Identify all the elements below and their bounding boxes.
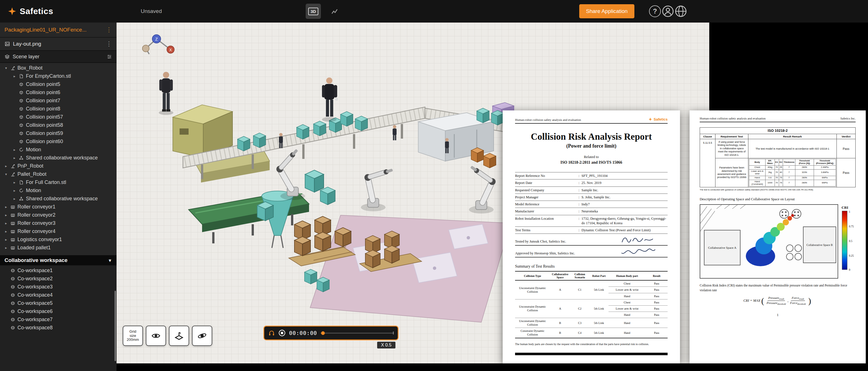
report-page-1[interactable]: Human-robot collision safety analysis an… — [503, 110, 680, 363]
caret-right-icon[interactable]: ▸ — [4, 164, 8, 168]
tree-item-roller-conveyor2[interactable]: ▸Roller conveyor2 — [0, 211, 117, 219]
caret-right-icon[interactable]: ▸ — [4, 237, 8, 242]
svg-text:0.5: 0.5 — [849, 239, 852, 242]
cube-icon — [19, 82, 24, 87]
simulation-chart-button[interactable] — [328, 6, 341, 18]
image-icon — [4, 41, 10, 47]
filter-icon[interactable] — [107, 54, 112, 59]
pallet-icon — [10, 245, 15, 250]
kebab-menu-icon[interactable]: ⋮ — [106, 27, 112, 33]
sidebar-scrollbar[interactable] — [115, 291, 116, 361]
robot-arm-3 — [458, 164, 498, 213]
app-logo[interactable]: Safetics — [8, 0, 53, 23]
tree-item-shared-workspace[interactable]: ▸Shared collaborative workspace — [0, 195, 117, 203]
tree-item-motion[interactable]: ▸Motion — [0, 187, 117, 195]
tree-item-collision-point5[interactable]: Collision point5 — [0, 80, 117, 88]
workspace-item-4[interactable]: Co-workspace4 — [0, 291, 117, 299]
field-row: Test Terms:Dynamic Collision Test (Power… — [515, 227, 668, 234]
table-row: Unconstraint Dynamic Collision A C2 5th … — [515, 299, 668, 305]
tree-item-collision-point58[interactable]: Collision point58 — [0, 121, 117, 129]
svg-text:0.75: 0.75 — [849, 225, 854, 228]
tree-item-roller-conveyor1[interactable]: ▸Roller conveyor1 — [0, 203, 117, 211]
caret-right-icon[interactable]: ▸ — [4, 246, 8, 250]
tree-item-collision-point6[interactable]: Collision point6 — [0, 88, 117, 96]
tree-item-loaded-pallet1[interactable]: ▸Loaded pallet1 — [0, 244, 117, 252]
tree-item-pallet-robot[interactable]: ▾Pallet_Robot — [0, 170, 117, 178]
tree-item-roller-conveyor3[interactable]: ▸Roller conveyor3 — [0, 219, 117, 227]
timeline-thumb[interactable] — [321, 331, 325, 335]
caret-right-icon[interactable]: ▸ — [12, 156, 17, 160]
kebab-menu-icon[interactable]: ⋮ — [106, 41, 112, 47]
file-icon — [19, 180, 24, 185]
caret-right-icon[interactable]: ▸ — [4, 229, 8, 233]
caret-down-icon[interactable]: ▾ — [4, 172, 8, 176]
caret-right-icon[interactable]: ▸ — [12, 189, 17, 193]
scene-tree: ▾Box_Robot ▸For EmptyCarton.stl Collisio… — [0, 63, 117, 252]
cube-icon — [19, 139, 24, 144]
doc-header: Human-robot collision safety analysis an… — [700, 117, 856, 122]
workspace-item-1[interactable]: Co-workspace1 — [0, 266, 117, 275]
caret-right-icon[interactable]: ▸ — [4, 221, 8, 225]
orbit-icon — [197, 331, 207, 341]
floor-icon — [174, 331, 184, 341]
workspace-item-5[interactable]: Co-workspace5 — [0, 299, 117, 307]
tree-item-logistics-conveyor1[interactable]: ▸Logistics conveyor1 — [0, 235, 117, 244]
share-application-button[interactable]: Share Application — [579, 4, 634, 18]
tree-item-box-robot[interactable]: ▾Box_Robot — [0, 64, 117, 72]
collaborative-workspace-header[interactable]: Collaborative workspace ▼ — [0, 255, 117, 265]
workspace-item-8[interactable]: Co-workspace8 — [0, 324, 117, 332]
stop-icon[interactable] — [278, 329, 286, 337]
workspace-item-2[interactable]: Co-workspace2 — [0, 275, 117, 283]
caret-right-icon[interactable]: ▸ — [12, 180, 17, 184]
top-bar: Safetics Unsaved 3D Share Application ? — [0, 0, 868, 23]
report-page-2[interactable]: Human-robot collision safety analysis an… — [689, 110, 866, 363]
workspace-icon — [10, 285, 15, 289]
speed-badge[interactable]: X 0.5 — [377, 342, 396, 348]
tree-item-motion[interactable]: ▸Motion — [0, 146, 117, 154]
orbit-button[interactable] — [192, 326, 212, 346]
workspace-icon — [10, 301, 15, 306]
tree-item-shared-workspace[interactable]: ▸Shared collaborative workspace — [0, 154, 117, 162]
caret-right-icon[interactable]: ▸ — [4, 205, 8, 209]
grid-size-button[interactable]: Grid size 200mm — [123, 326, 143, 346]
tree-item-collision-point7[interactable]: Collision point7 — [0, 96, 117, 105]
tree-item-roller-conveyor4[interactable]: ▸Roller conveyor4 — [0, 227, 117, 235]
caret-right-icon[interactable]: ▸ — [12, 197, 17, 201]
workspace-item-6[interactable]: Co-workspace6 — [0, 307, 117, 315]
person-2 — [322, 78, 338, 122]
language-button[interactable] — [675, 5, 687, 17]
safetics-logo-icon — [8, 7, 16, 16]
visibility-button[interactable] — [146, 326, 166, 346]
tree-item-collision-point8[interactable]: Collision point8 — [0, 105, 117, 113]
timeline-slider[interactable] — [320, 330, 394, 336]
caret-right-icon[interactable]: ▸ — [12, 74, 17, 78]
caret-down-icon[interactable]: ▾ — [4, 66, 8, 70]
workspace-item-7[interactable]: Co-workspace7 — [0, 315, 117, 324]
view-3d-button[interactable]: 3D — [306, 4, 321, 19]
tree-item-collision-point60[interactable]: Collision point60 — [0, 138, 117, 146]
caret-right-icon[interactable]: ▸ — [4, 213, 8, 217]
space-a-label: Collaborative Space A — [708, 246, 737, 249]
app-window: Safetics Unsaved 3D Share Application ? … — [0, 0, 868, 371]
axis-z-label: Z — [155, 37, 158, 41]
timeline-track[interactable] — [320, 333, 394, 334]
file-icon — [19, 74, 24, 79]
account-button[interactable] — [662, 5, 674, 17]
pallet-icon — [10, 213, 15, 218]
tree-item-collision-point59[interactable]: Collision point59 — [0, 129, 117, 138]
axis-gizmo[interactable]: X Z — [143, 35, 174, 54]
help-button[interactable]: ? — [649, 5, 661, 17]
floor-align-button[interactable] — [169, 326, 189, 346]
tree-item-full-carton[interactable]: ▸For Full Carton.stl — [0, 178, 117, 187]
layout-file-row[interactable]: Lay-out.png ⋮ — [0, 37, 117, 51]
tree-item-pnp-robot[interactable]: ▸PnP_Robot — [0, 162, 117, 170]
doc-header: Human-robot collision safety analysis an… — [515, 117, 668, 124]
scene-layer-header[interactable]: Scene layer — [0, 51, 117, 63]
caret-right-icon[interactable]: ▸ — [12, 148, 17, 152]
headset-icon[interactable] — [268, 330, 275, 336]
workspace-item-3[interactable]: Co-workspace3 — [0, 283, 117, 291]
tree-item-collision-point57[interactable]: Collision point57 — [0, 113, 117, 121]
page-number: 1 — [700, 313, 856, 317]
tree-item-empty-carton[interactable]: ▸For EmptyCarton.stl — [0, 72, 117, 80]
project-title-row[interactable]: PackagingLine01_UR_NOFence... ⋮ — [0, 23, 117, 37]
